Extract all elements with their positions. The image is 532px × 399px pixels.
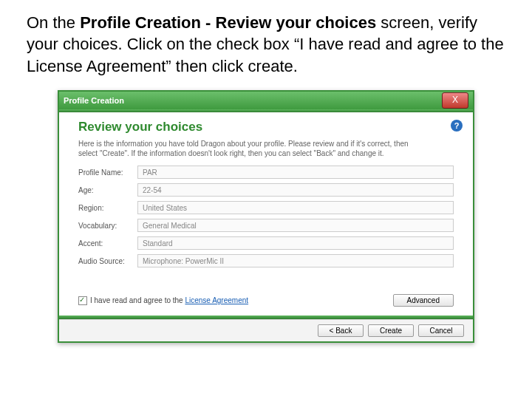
titlebar: Profile Creation X bbox=[59, 92, 473, 109]
help-icon[interactable]: ? bbox=[451, 120, 463, 132]
field-label: Vocabulary: bbox=[78, 222, 137, 230]
cancel-button[interactable]: Cancel bbox=[418, 324, 464, 337]
field-region: Region: United States bbox=[78, 201, 454, 214]
instruction-pre: On the bbox=[27, 13, 80, 32]
field-label: Profile Name: bbox=[78, 168, 137, 177]
page-heading: Review your choices bbox=[78, 120, 454, 134]
advanced-button[interactable]: Advanced bbox=[393, 294, 454, 307]
field-value: United States bbox=[137, 201, 454, 214]
field-vocabulary: Vocabulary: General Medical bbox=[78, 219, 454, 232]
instruction-bold: Profile Creation - Review your choices bbox=[80, 13, 376, 32]
license-agree-prefix: I have read and agree to the bbox=[90, 296, 183, 304]
field-value: Standard bbox=[137, 236, 454, 250]
field-value: 22-54 bbox=[137, 183, 454, 197]
field-age: Age: 22-54 bbox=[78, 183, 454, 197]
license-agree-checkbox[interactable] bbox=[78, 296, 87, 305]
button-bar: < Back Create Cancel bbox=[59, 319, 473, 341]
field-label: Age: bbox=[78, 186, 137, 194]
intro-blurb: Here is the information you have told Dr… bbox=[78, 139, 426, 158]
field-label: Accent: bbox=[78, 239, 137, 248]
field-value: General Medical bbox=[137, 219, 454, 232]
field-label: Audio Source: bbox=[78, 257, 137, 265]
license-agree-text: I have read and agree to the License Agr… bbox=[90, 296, 248, 304]
close-button[interactable]: X bbox=[442, 92, 468, 109]
license-agreement-link[interactable]: License Agreement bbox=[185, 296, 248, 304]
dialog-title: Profile Creation bbox=[64, 96, 124, 105]
field-label: Region: bbox=[78, 204, 137, 212]
back-button[interactable]: < Back bbox=[318, 324, 364, 337]
create-button[interactable]: Create bbox=[368, 324, 414, 337]
field-accent: Accent: Standard bbox=[78, 236, 454, 250]
field-value: Microphone: PowerMic II bbox=[137, 254, 454, 267]
profile-creation-dialog: Profile Creation X ? Review your choices… bbox=[58, 90, 474, 343]
field-value: PAR bbox=[137, 166, 454, 179]
field-audio-source: Audio Source: Microphone: PowerMic II bbox=[78, 254, 454, 267]
field-profile-name: Profile Name: PAR bbox=[78, 166, 454, 179]
instruction-text: On the Profile Creation - Review your ch… bbox=[0, 0, 532, 87]
